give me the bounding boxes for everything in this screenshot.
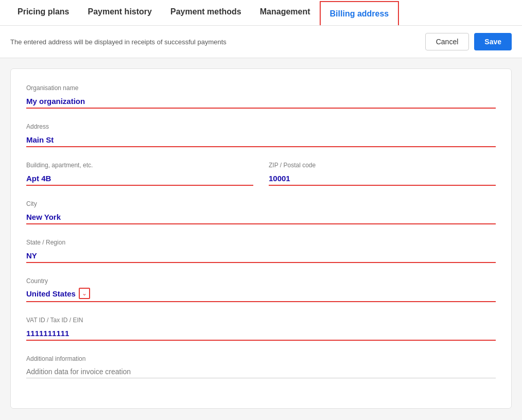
building-zip-row: Building, apartment, etc. ZIP / Postal c… — [26, 162, 496, 200]
state-group: State / Region — [26, 239, 496, 263]
tab-bar: Pricing plans Payment history Payment me… — [0, 0, 522, 26]
additional-group: Additional information — [26, 355, 496, 378]
city-group: City — [26, 200, 496, 224]
tab-payment-methods[interactable]: Payment methods — [161, 0, 251, 25]
city-input[interactable] — [26, 211, 496, 224]
country-dropdown-button[interactable]: ⌄ — [79, 288, 90, 299]
state-input[interactable] — [26, 249, 496, 263]
address-label: Address — [26, 123, 496, 130]
state-label: State / Region — [26, 239, 496, 246]
tab-billing-address[interactable]: Billing address — [320, 1, 399, 25]
zip-group: ZIP / Postal code — [269, 162, 496, 186]
tab-pricing-plans[interactable]: Pricing plans — [8, 0, 78, 25]
building-group: Building, apartment, etc. — [26, 162, 253, 186]
vat-input[interactable] — [26, 327, 496, 341]
country-label: Country — [26, 277, 496, 285]
org-name-input[interactable] — [26, 95, 496, 109]
address-group: Address — [26, 123, 496, 147]
additional-label: Additional information — [26, 355, 496, 362]
vat-group: VAT ID / Tax ID / EIN — [26, 317, 496, 341]
main-content: Organisation name Address Building, apar… — [0, 58, 522, 419]
city-label: City — [26, 200, 496, 207]
cancel-button[interactable]: Cancel — [425, 33, 469, 50]
org-name-group: Organisation name — [26, 84, 496, 109]
country-group: Country United States ⌄ — [26, 277, 496, 302]
zip-label: ZIP / Postal code — [269, 162, 496, 169]
country-value: United States — [26, 289, 76, 298]
building-label: Building, apartment, etc. — [26, 162, 253, 169]
action-buttons: Cancel Save — [425, 33, 512, 50]
info-text: The entered address will be displayed in… — [10, 38, 227, 46]
zip-input[interactable] — [269, 172, 496, 186]
info-bar: The entered address will be displayed in… — [0, 26, 522, 58]
address-input[interactable] — [26, 133, 496, 147]
tab-management[interactable]: Management — [251, 0, 320, 25]
additional-input[interactable] — [26, 365, 496, 378]
org-name-label: Organisation name — [26, 84, 496, 92]
tab-payment-history[interactable]: Payment history — [78, 0, 161, 25]
building-input[interactable] — [26, 172, 253, 186]
form-card: Organisation name Address Building, apar… — [10, 68, 512, 409]
country-select-wrapper: United States ⌄ — [26, 288, 496, 302]
vat-label: VAT ID / Tax ID / EIN — [26, 317, 496, 324]
save-button[interactable]: Save — [474, 33, 512, 50]
